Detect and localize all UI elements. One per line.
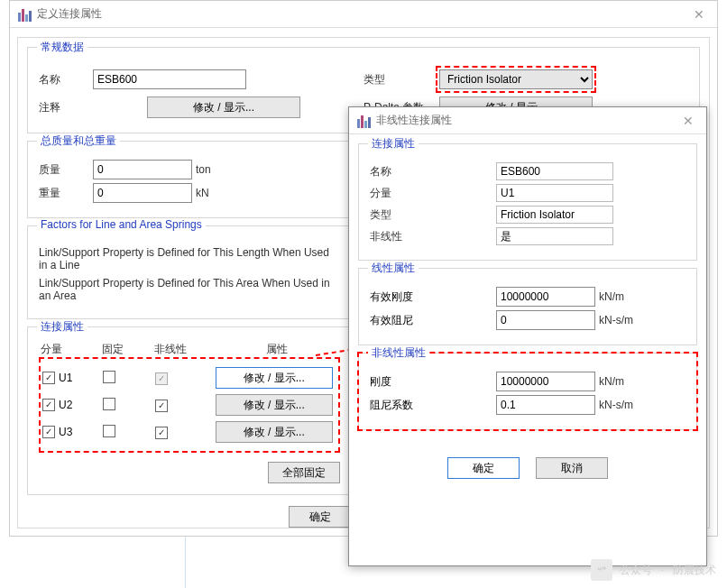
label-mass: 质量 [39,162,93,178]
check-u2-fixed[interactable] [103,398,115,410]
value-sub-dir: U1 [496,184,613,202]
check-u3-fixed[interactable] [103,425,115,437]
button-u2-prop[interactable]: 修改 / 显示... [216,394,333,416]
hdr-nl: 非线性 [154,342,216,357]
hdr-fix: 固定 [102,342,154,357]
factors-area-text: Link/Support Property is Defined for Thi… [39,277,340,302]
button-all-fixed[interactable]: 全部固定 [268,462,340,483]
check-u3-nl[interactable]: ✓ [155,427,168,439]
label-note: 注释 [39,100,93,115]
unit-nl-damp: kN-s/m [599,399,633,411]
sub-ok-button[interactable]: 确定 [447,457,520,479]
input-nl-damp[interactable] [496,395,595,415]
sub-group-conn: 连接属性 名称ESB600 分量U1 类型Friction Isolator 非… [358,143,697,261]
value-sub-name: ESB600 [496,162,613,180]
unit-mass: ton [196,163,211,176]
legend-sub-nonlinear: 非线性属性 [368,345,429,361]
input-name[interactable] [93,69,246,89]
hdr-prop: 属性 [216,342,338,357]
label-nl-damp: 阻尼系数 [370,398,496,413]
app-icon [17,7,32,22]
conn-rows-highlight: ✓ U1 ✓ 修改 / 显示... ✓ U2 ✓ [39,357,340,453]
app-icon [356,114,371,128]
label-lin-stiff: 有效刚度 [370,289,496,305]
sub-group-nonlinear: 非线性属性 刚度 kN/m 阻尼系数 kN-s/m [358,353,697,430]
label-u2: U2 [59,399,72,411]
legend-sub-linear: 线性属性 [368,261,419,276]
label-u1: U1 [59,372,72,384]
value-sub-nl: 是 [496,227,613,245]
label-name: 名称 [39,72,93,87]
unit-lin-stiff: kN/m [599,290,624,303]
check-u2[interactable]: ✓ [42,399,55,411]
button-note-edit[interactable]: 修改 / 显示... [147,96,300,118]
table-row: ✓ U1 ✓ 修改 / 显示... [42,364,336,391]
label-nl-stiff: 刚度 [370,374,496,390]
button-u3-prop[interactable]: 修改 / 显示... [216,421,333,443]
label-sub-name: 名称 [370,164,424,179]
sub-dialog: 非线性连接属性 ✕ 连接属性 名称ESB600 分量U1 类型Friction … [348,106,707,566]
legend-sub-conn: 连接属性 [368,136,419,152]
wechat-icon: ❝❞ [591,559,612,581]
unit-weight: kN [196,187,209,199]
group-mass: 总质量和总重量 质量 ton 重量 kN [27,141,352,218]
label-u3: U3 [59,426,72,438]
table-row: ✓ U2 ✓ 修改 / 显示... [42,391,336,418]
label-sub-nl: 非线性 [370,229,424,244]
group-factors: Factors for Line and Area Springs Link/S… [27,225,352,319]
legend-factors: Factors for Line and Area Springs [37,218,206,231]
check-u1-fixed[interactable] [103,371,115,383]
hdr-dir: 分量 [41,342,102,357]
value-sub-type: Friction Isolator [496,206,613,224]
sub-group-linear: 线性属性 有效刚度 kN/m 有效阻尼 kN-s/m [358,268,697,345]
table-row: ✓ U3 ✓ 修改 / 显示... [42,418,336,446]
main-titlebar: 定义连接属性 ✕ [10,1,717,28]
legend-mass: 总质量和总重量 [37,133,120,149]
main-title: 定义连接属性 [37,6,688,22]
group-connection: 连接属性 分量 固定 非线性 属性 ✓ U1 ✓ 修改 / 显 [27,326,352,495]
decorative-line [185,537,186,588]
check-u1[interactable]: ✓ [42,372,55,384]
unit-nl-stiff: kN/m [599,375,624,388]
select-type[interactable]: Friction Isolator [439,69,593,89]
check-u1-nl: ✓ [155,372,168,385]
main-ok-button[interactable]: 确定 [289,506,352,528]
watermark-text1: 公众号 [620,563,652,578]
label-sub-type: 类型 [370,207,424,223]
check-u2-nl[interactable]: ✓ [155,400,168,412]
input-lin-stiff[interactable] [496,287,595,307]
legend-general: 常规数据 [37,40,87,55]
label-sub-dir: 分量 [370,186,424,201]
unit-lin-damp: kN-s/m [599,314,633,326]
input-mass[interactable] [93,160,192,179]
label-type: 类型 [364,72,436,87]
label-lin-damp: 有效阻尼 [370,313,496,328]
watermark: ❝❞ 公众号 · 防震技术 [591,559,716,581]
watermark-text2: 防震技术 [673,563,716,578]
check-u3[interactable]: ✓ [42,426,55,438]
sub-title: 非线性连接属性 [376,113,677,128]
legend-connection: 连接属性 [37,319,87,335]
input-weight[interactable] [93,183,192,203]
factors-line-text: Link/Support Property is Defined for Thi… [39,246,340,271]
sub-cancel-button[interactable]: 取消 [536,457,608,479]
label-weight: 重量 [39,186,93,201]
input-nl-stiff[interactable] [496,372,595,391]
sub-titlebar: 非线性连接属性 ✕ [349,107,706,134]
close-icon[interactable]: ✕ [677,114,699,128]
input-lin-damp[interactable] [496,310,595,330]
close-icon[interactable]: ✕ [688,7,710,22]
button-u1-prop[interactable]: 修改 / 显示... [216,367,333,389]
